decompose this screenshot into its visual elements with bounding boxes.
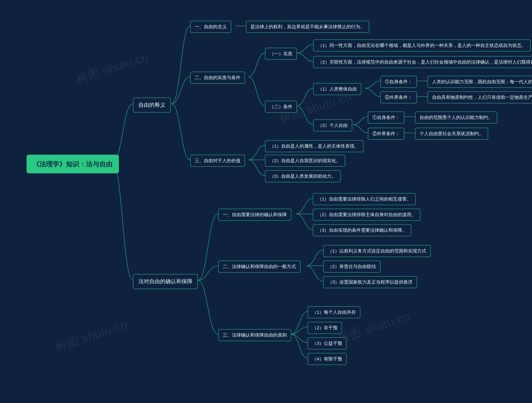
node-a3-1[interactable]: （1）自由是人的属性，是人的主体性表现。 <box>265 140 363 152</box>
node-a2-tj-g1-s-text[interactable]: 人类的认识能力无限，因此自由无限；每一代人的认识能力有限，因此每一代人的自由有限… <box>427 76 532 88</box>
node-a2-sz[interactable]: （一）实质 <box>265 48 297 60</box>
node-b2-2[interactable]: （2）将责任与自由联结 <box>323 260 380 273</box>
root-node[interactable]: 《法理学》知识：法与自由 <box>27 155 119 173</box>
node-b1-2[interactable]: （2）自由需要法律排除主体自身对自由的滥用。 <box>313 209 420 221</box>
node-a3-3[interactable]: （3）自由是人类发展的助动力。 <box>265 170 341 182</box>
node-b2-3[interactable]: （3）设置国家权力及正当程序以提供救济 <box>323 276 417 288</box>
node-a3-2[interactable]: （2）自由是人自我意识的现实化。 <box>265 155 345 167</box>
node-a2[interactable]: 二、自由的实质与条件 <box>190 72 245 84</box>
node-a2-sz-2[interactable]: （2）关联性方面，法律规范中的自由来源于社会，是人们社会领域中自由的法律确认，是… <box>313 56 532 68</box>
node-a2-tj-g1-s[interactable]: ①自身条件： <box>380 76 417 88</box>
node-b1-3[interactable]: （3）自由实现的条件需要法律确认和保障。 <box>313 224 411 236</box>
node-a2-tj-g1-w[interactable]: ②外界条件： <box>380 91 417 103</box>
branch-a[interactable]: 自由的释义 <box>133 98 171 112</box>
node-b3-4[interactable]: （4）有限干预 <box>308 353 347 365</box>
node-a2-tj-g2-s[interactable]: ①自身条件： <box>368 112 404 124</box>
node-b2[interactable]: 二、法律确认和保障自由的一般方式 <box>218 260 300 273</box>
node-a2-tj-g2[interactable]: （2）个人自由 <box>313 119 352 131</box>
watermark: 树图 shutu.cn <box>74 49 151 87</box>
node-b3-2[interactable]: （2）非干预 <box>308 322 342 334</box>
node-a2-sz-1[interactable]: （1）同一性方面，自由无论在哪个领域，都是人与外界的一种关系，是人的一种自主状态… <box>313 39 531 51</box>
node-a2-tj-g2-w-text[interactable]: 个人自由受社会关系状况制约。 <box>415 128 488 140</box>
node-a2-tj[interactable]: （二）条件 <box>265 101 297 113</box>
node-a2-tj-g2-s-text[interactable]: 自由的范围受个人的认识能力制约。 <box>415 112 497 124</box>
node-b1-1[interactable]: （1）自由需要法律排除人们之间的相互侵害。 <box>313 193 416 205</box>
node-b3[interactable]: 三、法律确认和保障自由的原则 <box>218 329 291 341</box>
node-a1[interactable]: 一、自由的含义 <box>190 21 231 33</box>
node-b1[interactable]: 一、自由需要法律的确认和保障 <box>218 209 291 221</box>
node-a1-leaf[interactable]: 是法律上的权利，其边界就是不能从事法律禁止的行为。 <box>246 21 369 33</box>
node-b3-3[interactable]: （3）公益干预 <box>308 337 347 349</box>
node-a2-tj-g1-w-text[interactable]: 自由具有物质制约性，人们只有借助一定物质生产力，才能得到一定自由。 <box>427 91 532 103</box>
watermark: 树图 shutu.cn <box>53 317 130 355</box>
node-b2-1[interactable]: （1）以权利义务方式设定自由的范围和实现方式 <box>323 245 431 257</box>
node-a2-tj-g2-w[interactable]: ②外界条件： <box>368 128 404 140</box>
node-a3[interactable]: 三、自由对于人的价值 <box>190 155 245 167</box>
branch-b[interactable]: 法对自由的确认和保障 <box>133 274 198 289</box>
node-b3-1[interactable]: （1）每个人自由并存 <box>308 306 360 318</box>
node-a2-tj-g1[interactable]: （1）人类整体自由 <box>313 83 361 95</box>
